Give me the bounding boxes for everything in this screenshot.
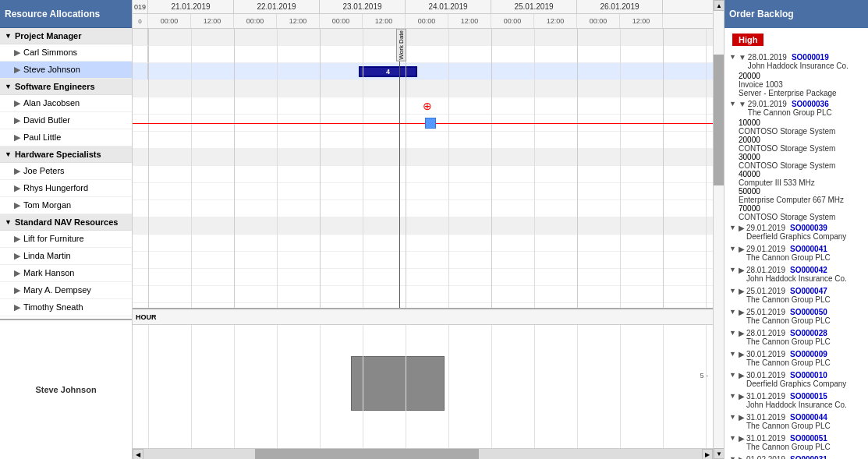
order-company: John Haddock Insurance Co. — [746, 274, 847, 283]
detail-task-block[interactable] — [351, 356, 445, 411]
order-date-id: 28.01.2019 SO000028 — [746, 329, 831, 337]
gantt-header: 019 21.01.2019 22.01.2019 23.01.2019 24.… — [133, 0, 713, 29]
expand-icon: ▶ — [739, 224, 745, 232]
backlog-order-so000009[interactable]: ▶ 30.01.2019 SO000009 The Cannon Group P… — [725, 348, 868, 369]
backlog-order-so000010[interactable]: ▶ 30.01.2019 SO000010 Deerfield Graphics… — [725, 369, 868, 390]
backlog-order-so000028[interactable]: ▶ 28.01.2019 SO000028 The Cannon Group P… — [725, 327, 868, 348]
order-header-so000010[interactable]: ▶ 30.01.2019 SO000010 Deerfield Graphics… — [726, 369, 868, 390]
scroll-right-btn[interactable]: ▶ — [702, 449, 713, 459]
gantt-row-steve[interactable]: 4 — [133, 63, 713, 80]
order-id: SO000019 — [792, 53, 829, 62]
order-header-so000047[interactable]: ▶ 25.01.2019 SO000047 The Cannon Group P… — [726, 285, 868, 305]
order-date-id: 25.01.2019 SO000047 — [746, 287, 831, 295]
order-header-so000044[interactable]: ▶ 31.01.2019 SO000044 The Cannon Group P… — [726, 411, 868, 432]
resource-linda-martin[interactable]: ▶Linda Martin — [0, 248, 132, 265]
order-header-so000031[interactable]: ▶ 01.02.2019 SO000031 The Cannon Group P… — [726, 454, 868, 459]
group-software-engineers[interactable]: ▼ Software Engineers — [0, 79, 132, 95]
small-task-bar[interactable] — [425, 118, 436, 129]
date-25: 25.01.2019 — [491, 0, 577, 13]
group-hardware-specialists[interactable]: ▼ Hardware Specialists — [0, 147, 132, 163]
order-id: SO000051 — [790, 434, 827, 443]
order-header-so000015[interactable]: ▶ 31.01.2019 SO000015 John Haddock Insur… — [726, 390, 868, 411]
resource-timothy-sneath[interactable]: ▶Timothy Sneath — [0, 299, 132, 316]
horizontal-scrollbar[interactable]: ◀ ▶ — [133, 448, 713, 459]
order-header-so000036[interactable]: ▼ 29.01.2019 SO000036 The Cannon Group P… — [726, 98, 868, 118]
bullet-icon: ▶ — [14, 302, 20, 312]
hour-prefix: 0 — [133, 14, 148, 28]
scroll-up-btn[interactable]: ▲ — [714, 0, 725, 11]
detail-grid-8 — [448, 325, 449, 448]
scroll-track[interactable] — [143, 449, 702, 459]
backlog-item-5: 50000 Enterprise Computer 667 MHz — [726, 187, 868, 204]
resource-carl-simmons[interactable]: ▶Carl Simmons — [0, 44, 132, 62]
resource-joe-peters[interactable]: ▶Joe Peters — [0, 163, 132, 180]
resource-rhys-hungerford[interactable]: ▶Rhys Hungerford — [0, 180, 132, 197]
backlog-order-so000015[interactable]: ▶ 31.01.2019 SO000015 John Haddock Insur… — [725, 390, 868, 411]
group-standard-nav[interactable]: ▼ Standard NAV Resources — [0, 214, 132, 231]
detail-grid-13 — [663, 325, 664, 448]
resource-paul-little[interactable]: ▶Paul Little — [0, 129, 132, 147]
backlog-order-so000039[interactable]: ▶ 29.01.2019 SO000039 Deerfield Graphics… — [725, 222, 868, 242]
order-header-so000028[interactable]: ▶ 28.01.2019 SO000028 The Cannon Group P… — [726, 327, 868, 348]
item-amount: 10000 — [739, 118, 865, 127]
right-panel: Order Backlog High ▼ 28.01.2019 SO000019… — [724, 0, 868, 459]
backlog-order-so000047[interactable]: ▶ 25.01.2019 SO000047 The Cannon Group P… — [725, 285, 868, 305]
resource-david-butler[interactable]: ▶David Butler — [0, 112, 132, 129]
hour-23-12: 12:00 — [363, 14, 406, 28]
order-info: 31.01.2019 SO000051 The Cannon Group PLC — [746, 434, 831, 451]
bullet-icon: ▶ — [14, 251, 20, 260]
backlog-order-so000044[interactable]: ▶ 31.01.2019 SO000044 The Cannon Group P… — [725, 411, 868, 432]
backlog-order-so000051[interactable]: ▶ 31.01.2019 SO000051 The Cannon Group P… — [725, 433, 868, 453]
backlog-order-so000036[interactable]: ▼ 29.01.2019 SO000036 The Cannon Group P… — [725, 98, 868, 221]
order-header-so000019[interactable]: ▼ 28.01.2019 SO000019 John Haddock Insur… — [726, 51, 868, 72]
priority-badge: High — [732, 34, 763, 46]
scroll-thumb-v[interactable] — [714, 55, 724, 185]
backlog-order-so000042[interactable]: ▶ 28.01.2019 SO000042 John Haddock Insur… — [725, 264, 868, 284]
resource-steve-johnson[interactable]: ▶Steve Johnson — [0, 62, 132, 79]
backlog-item-4: 40000 Computer III 533 MHz — [726, 170, 868, 187]
scroll-down-btn[interactable]: ▼ — [714, 448, 725, 459]
group-project-manager[interactable]: ▼ Project Manager — [0, 28, 132, 44]
backlog-order-so000019[interactable]: ▼ 28.01.2019 SO000019 John Haddock Insur… — [725, 51, 868, 97]
order-header-so000051[interactable]: ▶ 31.01.2019 SO000051 The Cannon Group P… — [726, 433, 868, 453]
detail-grid-4 — [277, 325, 278, 448]
order-header-so000039[interactable]: ▶ 29.01.2019 SO000039 Deerfield Graphics… — [726, 222, 868, 242]
order-company: The Cannon Group PLC — [746, 443, 831, 451]
bullet-icon: ▶ — [14, 48, 20, 57]
detail-grid-9 — [491, 325, 492, 448]
resource-mark-hanson[interactable]: ▶Mark Hanson — [0, 265, 132, 282]
task-bar-steve[interactable]: 4 — [359, 66, 417, 77]
arrow-icon: ▼ — [5, 150, 12, 158]
item-desc: CONTOSO Storage System — [739, 144, 865, 153]
backlog-order-so000041[interactable]: ▶ 29.01.2019 SO000041 The Cannon Group P… — [725, 243, 868, 263]
item-desc: Server - Enterprise Package — [739, 89, 865, 97]
order-header-so000042[interactable]: ▶ 28.01.2019 SO000042 John Haddock Insur… — [726, 264, 868, 284]
date-23: 23.01.2019 — [320, 0, 406, 13]
order-date: 25.01.2019 — [746, 308, 785, 316]
order-info: 28.01.2019 SO000028 The Cannon Group PLC — [746, 329, 831, 346]
resource-mary-dempsey[interactable]: ▶Mary A. Dempsey — [0, 282, 132, 299]
order-header-so000041[interactable]: ▶ 29.01.2019 SO000041 The Cannon Group P… — [726, 243, 868, 263]
gantt-row-linda — [133, 252, 713, 269]
hour-26-00: 00:00 — [577, 14, 620, 28]
resource-lift-furniture[interactable]: ▶Lift for Furniture — [0, 231, 132, 248]
order-header-so000009[interactable]: ▶ 30.01.2019 SO000009 The Cannon Group P… — [726, 348, 868, 369]
expand-icon: ▶ — [739, 245, 745, 253]
resource-alan-jacobsen[interactable]: ▶Alan Jacobsen — [0, 95, 132, 112]
expand-icon: ▶ — [739, 308, 745, 316]
order-date: 25.01.2019 — [746, 287, 785, 295]
detail-grid-1 — [148, 325, 149, 448]
vertical-scrollbar[interactable]: ▲ ▼ — [713, 0, 724, 459]
arrow-icon: ▼ — [5, 218, 12, 226]
item-amount: 50000 — [739, 187, 865, 196]
scroll-thumb[interactable] — [255, 449, 478, 459]
backlog-order-so000031[interactable]: ▶ 01.02.2019 SO000031 The Cannon Group P… — [725, 454, 868, 459]
scroll-thumb-area[interactable] — [714, 11, 724, 448]
order-id: SO000044 — [790, 413, 827, 422]
work-date-line — [399, 29, 400, 308]
scroll-left-btn[interactable]: ◀ — [133, 449, 143, 459]
resource-tom-morgan[interactable]: ▶Tom Morgan — [0, 197, 132, 214]
backlog-order-so000050[interactable]: ▶ 25.01.2019 SO000050 The Cannon Group P… — [725, 306, 868, 327]
order-info: 31.01.2019 SO000015 John Haddock Insuran… — [746, 392, 847, 409]
order-header-so000050[interactable]: ▶ 25.01.2019 SO000050 The Cannon Group P… — [726, 306, 868, 327]
